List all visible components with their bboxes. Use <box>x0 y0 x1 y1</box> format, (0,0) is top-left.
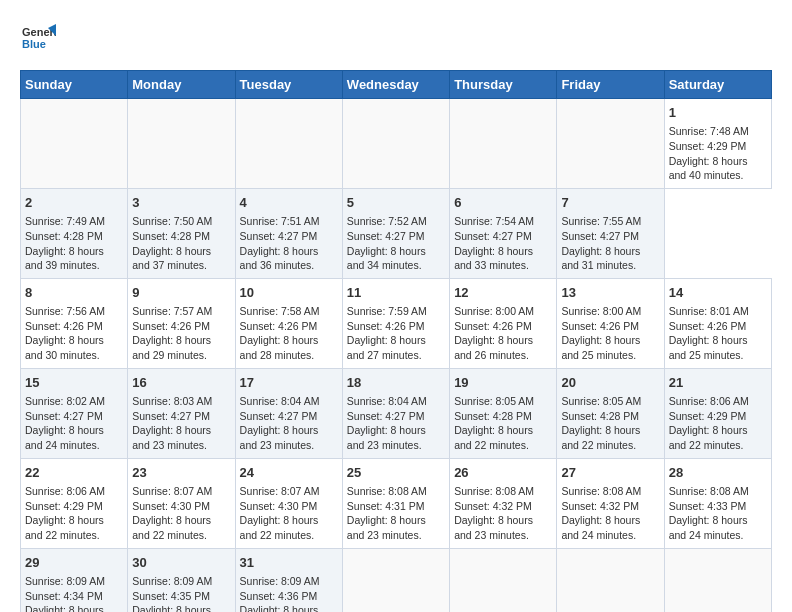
calendar-cell: 16Sunrise: 8:03 AMSunset: 4:27 PMDayligh… <box>128 368 235 458</box>
day-number: 10 <box>240 284 338 302</box>
header-row: SundayMondayTuesdayWednesdayThursdayFrid… <box>21 71 772 99</box>
daylight-text: Daylight: 8 hours and 26 minutes. <box>240 603 338 612</box>
day-number: 2 <box>25 194 123 212</box>
day-number: 17 <box>240 374 338 392</box>
daylight-text: Daylight: 8 hours and 22 minutes. <box>240 513 338 542</box>
day-number: 1 <box>669 104 767 122</box>
calendar-cell <box>450 99 557 189</box>
daylight-text: Daylight: 8 hours and 24 minutes. <box>561 513 659 542</box>
sunset-text: Sunset: 4:30 PM <box>132 499 230 514</box>
daylight-text: Daylight: 8 hours and 25 minutes. <box>561 333 659 362</box>
calendar-cell: 17Sunrise: 8:04 AMSunset: 4:27 PMDayligh… <box>235 368 342 458</box>
daylight-text: Daylight: 8 hours and 31 minutes. <box>561 244 659 273</box>
sunset-text: Sunset: 4:28 PM <box>25 229 123 244</box>
calendar-cell <box>557 99 664 189</box>
day-number: 20 <box>561 374 659 392</box>
day-number: 26 <box>454 464 552 482</box>
daylight-text: Daylight: 8 hours and 22 minutes. <box>25 513 123 542</box>
day-number: 30 <box>132 554 230 572</box>
day-number: 18 <box>347 374 445 392</box>
calendar-cell: 20Sunrise: 8:05 AMSunset: 4:28 PMDayligh… <box>557 368 664 458</box>
calendar-cell: 25Sunrise: 8:08 AMSunset: 4:31 PMDayligh… <box>342 458 449 548</box>
daylight-text: Daylight: 8 hours and 39 minutes. <box>25 244 123 273</box>
calendar-cell <box>450 548 557 612</box>
header: General Blue <box>20 20 772 60</box>
calendar-cell: 30Sunrise: 8:09 AMSunset: 4:35 PMDayligh… <box>128 548 235 612</box>
sunrise-text: Sunrise: 8:01 AM <box>669 304 767 319</box>
sunrise-text: Sunrise: 7:59 AM <box>347 304 445 319</box>
day-number: 11 <box>347 284 445 302</box>
sunset-text: Sunset: 4:28 PM <box>561 409 659 424</box>
daylight-text: Daylight: 8 hours and 23 minutes. <box>132 423 230 452</box>
day-number: 12 <box>454 284 552 302</box>
logo-icon: General Blue <box>20 20 56 60</box>
calendar-cell: 3Sunrise: 7:50 AMSunset: 4:28 PMDaylight… <box>128 188 235 278</box>
sunrise-text: Sunrise: 7:58 AM <box>240 304 338 319</box>
sunset-text: Sunset: 4:28 PM <box>132 229 230 244</box>
sunrise-text: Sunrise: 8:06 AM <box>669 394 767 409</box>
calendar-cell: 14Sunrise: 8:01 AMSunset: 4:26 PMDayligh… <box>664 278 771 368</box>
sunrise-text: Sunrise: 8:08 AM <box>669 484 767 499</box>
sunrise-text: Sunrise: 8:00 AM <box>454 304 552 319</box>
daylight-text: Daylight: 8 hours and 26 minutes. <box>454 333 552 362</box>
day-number: 9 <box>132 284 230 302</box>
calendar-cell: 13Sunrise: 8:00 AMSunset: 4:26 PMDayligh… <box>557 278 664 368</box>
sunrise-text: Sunrise: 8:08 AM <box>454 484 552 499</box>
sunset-text: Sunset: 4:26 PM <box>454 319 552 334</box>
day-number: 4 <box>240 194 338 212</box>
sunset-text: Sunset: 4:26 PM <box>347 319 445 334</box>
calendar-cell <box>664 548 771 612</box>
sunrise-text: Sunrise: 7:56 AM <box>25 304 123 319</box>
calendar-cell <box>342 548 449 612</box>
day-number: 29 <box>25 554 123 572</box>
sunset-text: Sunset: 4:27 PM <box>25 409 123 424</box>
day-number: 23 <box>132 464 230 482</box>
sunset-text: Sunset: 4:29 PM <box>25 499 123 514</box>
day-header: Wednesday <box>342 71 449 99</box>
day-number: 7 <box>561 194 659 212</box>
day-number: 6 <box>454 194 552 212</box>
daylight-text: Daylight: 8 hours and 22 minutes. <box>132 513 230 542</box>
day-number: 21 <box>669 374 767 392</box>
day-number: 24 <box>240 464 338 482</box>
day-header: Saturday <box>664 71 771 99</box>
sunrise-text: Sunrise: 8:09 AM <box>132 574 230 589</box>
sunset-text: Sunset: 4:27 PM <box>454 229 552 244</box>
daylight-text: Daylight: 8 hours and 33 minutes. <box>454 244 552 273</box>
calendar-cell: 4Sunrise: 7:51 AMSunset: 4:27 PMDaylight… <box>235 188 342 278</box>
daylight-text: Daylight: 8 hours and 23 minutes. <box>240 423 338 452</box>
day-header: Tuesday <box>235 71 342 99</box>
logo: General Blue <box>20 20 56 60</box>
sunset-text: Sunset: 4:35 PM <box>132 589 230 604</box>
day-number: 13 <box>561 284 659 302</box>
day-header: Friday <box>557 71 664 99</box>
day-number: 31 <box>240 554 338 572</box>
daylight-text: Daylight: 8 hours and 24 minutes. <box>669 513 767 542</box>
sunrise-text: Sunrise: 8:08 AM <box>561 484 659 499</box>
sunrise-text: Sunrise: 8:04 AM <box>347 394 445 409</box>
calendar-cell <box>342 99 449 189</box>
day-number: 19 <box>454 374 552 392</box>
calendar-cell: 28Sunrise: 8:08 AMSunset: 4:33 PMDayligh… <box>664 458 771 548</box>
daylight-text: Daylight: 8 hours and 25 minutes. <box>25 603 123 612</box>
sunrise-text: Sunrise: 8:05 AM <box>561 394 659 409</box>
calendar-cell: 27Sunrise: 8:08 AMSunset: 4:32 PMDayligh… <box>557 458 664 548</box>
calendar-cell: 6Sunrise: 7:54 AMSunset: 4:27 PMDaylight… <box>450 188 557 278</box>
sunset-text: Sunset: 4:34 PM <box>25 589 123 604</box>
day-header: Thursday <box>450 71 557 99</box>
sunrise-text: Sunrise: 7:54 AM <box>454 214 552 229</box>
day-number: 22 <box>25 464 123 482</box>
day-number: 28 <box>669 464 767 482</box>
day-number: 27 <box>561 464 659 482</box>
daylight-text: Daylight: 8 hours and 23 minutes. <box>347 423 445 452</box>
daylight-text: Daylight: 8 hours and 28 minutes. <box>240 333 338 362</box>
calendar-week: 8Sunrise: 7:56 AMSunset: 4:26 PMDaylight… <box>21 278 772 368</box>
calendar-cell: 5Sunrise: 7:52 AMSunset: 4:27 PMDaylight… <box>342 188 449 278</box>
calendar-cell: 31Sunrise: 8:09 AMSunset: 4:36 PMDayligh… <box>235 548 342 612</box>
sunset-text: Sunset: 4:30 PM <box>240 499 338 514</box>
daylight-text: Daylight: 8 hours and 30 minutes. <box>25 333 123 362</box>
calendar-cell <box>235 99 342 189</box>
daylight-text: Daylight: 8 hours and 22 minutes. <box>669 423 767 452</box>
day-header: Sunday <box>21 71 128 99</box>
day-header: Monday <box>128 71 235 99</box>
